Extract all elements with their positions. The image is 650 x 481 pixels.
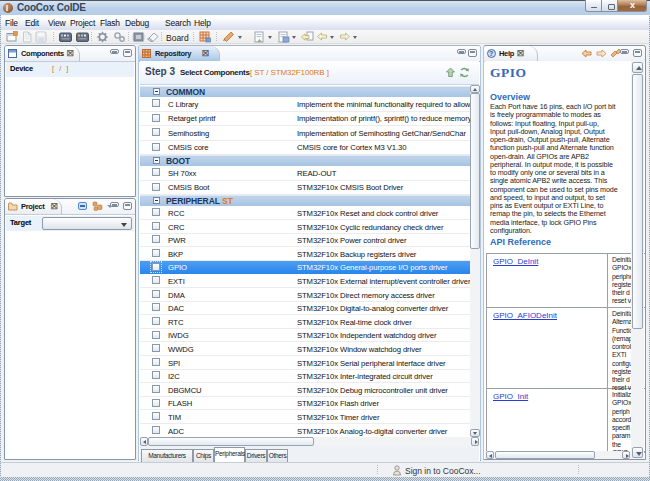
svg-text:?: ? (489, 50, 493, 57)
